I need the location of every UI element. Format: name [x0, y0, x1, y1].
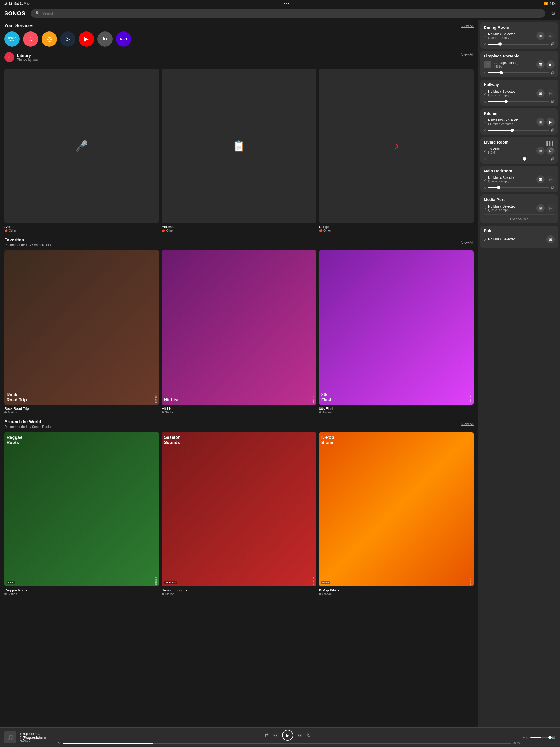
service-mixcloud[interactable]: M—X: [116, 31, 131, 47]
kitchen-queue-btn[interactable]: ⊞: [536, 118, 545, 126]
dining-room-queue: Queue is empty: [488, 36, 534, 40]
fireplace-actions: ⊞ ▶: [536, 60, 555, 69]
vol-up-icon[interactable]: 🔊: [551, 42, 555, 46]
vol-up-icon-hw[interactable]: 🔊: [551, 100, 555, 103]
shuffle-btn[interactable]: ⇄: [264, 732, 269, 738]
vol-down-icon[interactable]: ◁: [484, 42, 486, 46]
np-vol-slider[interactable]: [531, 737, 550, 738]
search-input[interactable]: [42, 11, 541, 16]
media-port-queue-btn[interactable]: ⊞: [536, 204, 545, 212]
library-card-songs: ♪: [319, 69, 474, 223]
vol-up-icon-fp[interactable]: 🔊: [551, 71, 555, 75]
music-note-icon: ♪: [484, 33, 486, 38]
radio-item-hit-list[interactable]: Hit List SONOS Hit List Station: [161, 250, 316, 414]
hallway-queue-btn[interactable]: ⊞: [536, 89, 545, 97]
vol-slider-living-room[interactable]: [488, 159, 549, 159]
np-vol-list-icon[interactable]: ≡: [523, 736, 525, 739]
np-time-elapsed: 0:53: [56, 742, 61, 745]
radio-sub-reggae-roots: Station: [4, 592, 159, 595]
library-item-songs[interactable]: ♪ Songs 🍎 Other: [319, 69, 474, 232]
service-ib[interactable]: iB: [97, 31, 113, 47]
vol-down-icon-hw[interactable]: ◁: [484, 100, 486, 103]
room-card-media-port: Media Port ♪ No Music Selected Queue is …: [480, 195, 558, 223]
radio-label-session-sounds: Session Sounds: [161, 588, 316, 592]
now-playing-room: Fireplace + 1: [20, 732, 52, 736]
favorites-grid: RockRoad Trip SONOS Rock Road Trip Stati…: [4, 250, 474, 414]
living-room-actions: ⊞ 🔊: [536, 147, 555, 155]
around-world-view-all[interactable]: View All: [461, 422, 474, 426]
service-apple-music[interactable]: ♫: [23, 31, 38, 47]
vol-down-icon-kt[interactable]: ◁: [484, 128, 486, 132]
room-name-polo: Polo: [484, 228, 555, 233]
np-vol-up-icon[interactable]: 🔊: [552, 736, 556, 739]
fireplace-volume: ◁ 🔊: [484, 71, 555, 75]
dining-room-play-btn[interactable]: ▶: [546, 32, 555, 40]
fireplace-queue-btn[interactable]: ⊞: [536, 60, 545, 69]
settings-icon[interactable]: ⚙: [551, 10, 556, 17]
now-playing-art[interactable]: 🎵: [4, 731, 17, 743]
radio-card-80s-flash: 80sFlash SONOS: [319, 250, 474, 405]
room-name-hallway: Hallway: [484, 82, 555, 87]
status-bar: 16:32 Sat 11 May 📶 44%: [0, 0, 560, 7]
polo-queue-btn[interactable]: ⊞: [546, 235, 555, 243]
main-bedroom-queue-btn[interactable]: ⊞: [536, 175, 545, 183]
living-room-queue-btn[interactable]: ⊞: [536, 147, 545, 155]
service-audible[interactable]: ◎: [42, 31, 57, 47]
prev-btn[interactable]: ⏮: [273, 732, 278, 738]
vol-fill-main-bedroom: [488, 187, 499, 188]
app-header: SONOS 🔍 ⚙: [0, 7, 560, 20]
vol-slider-kitchen[interactable]: [488, 130, 549, 131]
music-note-icon-polo: ♪: [484, 237, 486, 242]
radio-item-80s-flash[interactable]: 80sFlash SONOS 80s Flash Station: [319, 250, 474, 414]
hallway-play-btn[interactable]: ▶: [546, 89, 555, 97]
service-amazon[interactable]: amazonmusic: [4, 31, 20, 47]
music-note-icon-lr: ♪: [484, 148, 486, 153]
vol-slider-hallway[interactable]: [488, 101, 549, 102]
play-pause-btn[interactable]: ▶: [282, 730, 293, 741]
radio-item-reggae-roots[interactable]: ReggaeRoots Radio SONOS Reggae Roots Sta…: [4, 432, 159, 595]
living-room-speaker-btn[interactable]: 🔊: [546, 147, 555, 155]
room-name-dining-room: Dining Room: [484, 25, 555, 29]
services-view-all[interactable]: View All: [461, 24, 474, 28]
radio-item-session-sounds[interactable]: SessionSounds UK Radio SONOS Session Sou…: [161, 432, 316, 595]
np-vol-down-icon[interactable]: ◁: [526, 736, 529, 739]
library-item-artists[interactable]: 🎤 Artists 🍎 Other: [4, 69, 159, 232]
next-btn[interactable]: ⏭: [298, 732, 302, 738]
radio-item-rock-road-trip[interactable]: RockRoad Trip SONOS Rock Road Trip Stati…: [4, 250, 159, 414]
library-icon: ♫: [4, 52, 14, 62]
fireplace-artist: NENA: [493, 65, 534, 68]
fireplace-track: ? (Fragezeichen): [493, 61, 534, 65]
room-card-polo: Polo ♪ No Music Selected ⊞: [480, 226, 558, 248]
kitchen-play-btn[interactable]: ▶: [546, 118, 555, 126]
library-view-all[interactable]: View All: [461, 52, 474, 56]
fireplace-play-btn[interactable]: ▶: [546, 60, 555, 69]
vol-up-icon-kt[interactable]: 🔊: [551, 128, 555, 132]
library-title: Library: [17, 53, 38, 58]
library-text: Library Pinned by you: [17, 53, 38, 61]
vol-slider-dining-room[interactable]: [488, 44, 549, 45]
vol-down-icon-lr[interactable]: ◁: [484, 157, 486, 161]
repeat-btn[interactable]: ↻: [307, 732, 311, 738]
vol-slider-fireplace[interactable]: [488, 73, 549, 73]
main-bedroom-play-btn[interactable]: ▶: [546, 175, 555, 183]
np-progress-bar[interactable]: [63, 743, 511, 744]
vol-down-icon-mb[interactable]: ◁: [484, 186, 486, 189]
radio-item-kpop-bibim[interactable]: K-PopBibim Radio SONOS K-Pop Bibim Stati…: [319, 432, 474, 595]
vol-thumb-living-room: [523, 157, 526, 160]
vol-slider-main-bedroom[interactable]: [488, 187, 549, 188]
search-bar[interactable]: 🔍: [31, 9, 545, 18]
service-plexamp[interactable]: ▷: [60, 31, 75, 47]
vol-fill-fireplace: [488, 73, 501, 73]
main-bedroom-volume: ◁ 🔊: [484, 186, 555, 189]
service-youtube-music[interactable]: ▶: [79, 31, 94, 47]
favorites-title: Favorites: [4, 238, 51, 242]
media-port-queue: Queue is empty: [488, 208, 534, 212]
media-port-play-btn[interactable]: ▶: [546, 204, 555, 212]
vol-up-icon-lr[interactable]: 🔊: [551, 157, 555, 161]
library-item-albums[interactable]: 📋 Albums 🍎 Other: [161, 69, 316, 232]
vol-down-icon-fp[interactable]: ◁: [484, 71, 486, 75]
dining-room-queue-btn[interactable]: ⊞: [536, 32, 545, 40]
room-track-info-polo: No Music Selected: [488, 237, 544, 241]
vol-up-icon-mb[interactable]: 🔊: [551, 186, 555, 189]
favorites-view-all[interactable]: View All: [461, 240, 474, 244]
